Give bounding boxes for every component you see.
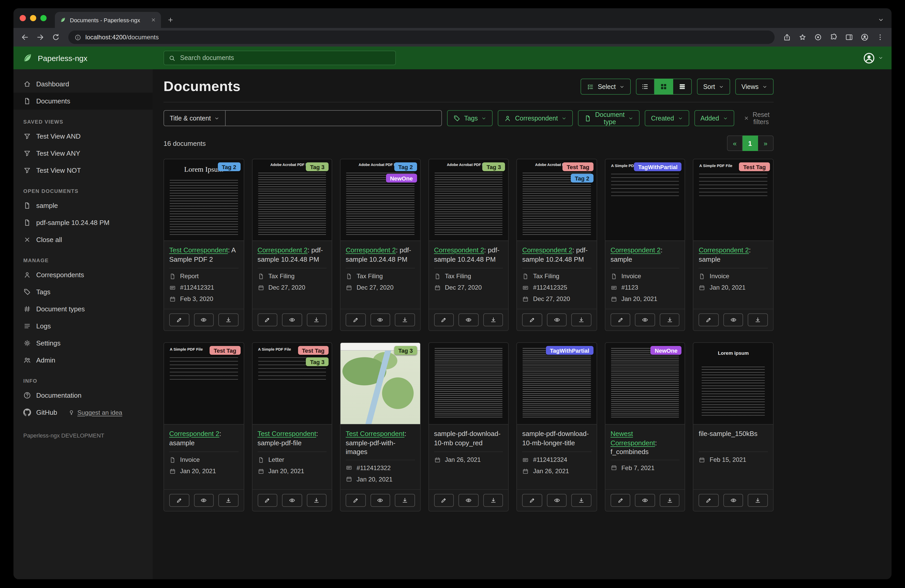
document-correspondent-link[interactable]: Test Correspondent — [257, 430, 316, 437]
document-type-filter-button[interactable]: Document type — [578, 110, 640, 126]
document-thumbnail[interactable]: A Simple PDF FileTest Tag — [694, 159, 773, 241]
back-button[interactable] — [21, 33, 29, 41]
tag-badge[interactable]: NewOne — [386, 174, 417, 182]
document-correspondent-link[interactable]: Test Correspondent — [169, 246, 228, 254]
filter-text-input[interactable] — [226, 110, 442, 126]
share-button[interactable] — [783, 33, 791, 41]
document-correspondent-link[interactable]: Correspondent 2 — [257, 246, 308, 254]
preview-document-button[interactable] — [282, 314, 302, 326]
document-thumbnail[interactable]: Adobe Acrobat PDF FilesTest TagTag 2 — [517, 159, 597, 241]
edit-document-button[interactable] — [257, 494, 277, 507]
user-menu[interactable] — [862, 51, 883, 64]
document-correspondent-link[interactable]: Correspondent 2 — [169, 430, 219, 437]
sidebar-item-document-types[interactable]: Document types — [13, 301, 152, 317]
sidebar-item-admin[interactable]: Admin — [13, 352, 152, 369]
sidebar-item-close-all[interactable]: Close all — [13, 231, 152, 248]
extensions-menu-button[interactable] — [829, 33, 838, 41]
edit-document-button[interactable] — [346, 314, 365, 326]
document-thumbnail[interactable]: A Simple PDF FileTagWithPartial — [605, 159, 685, 241]
views-button[interactable]: Views — [735, 79, 773, 95]
document-correspondent-link[interactable]: Correspondent 2 — [346, 246, 396, 254]
document-correspondent-link[interactable]: Correspondent 2 — [434, 246, 484, 254]
sidebar-item-github[interactable]: GitHubSuggest an idea — [13, 404, 152, 421]
tag-badge[interactable]: Test Tag — [298, 346, 329, 355]
view-details-button[interactable] — [636, 79, 654, 95]
document-type-field[interactable]: Invoice — [699, 273, 768, 280]
download-document-button[interactable] — [748, 494, 768, 507]
document-thumbnail[interactable] — [429, 343, 508, 425]
document-type-field[interactable]: Report — [169, 273, 238, 280]
document-correspondent-link[interactable]: Correspondent 2 — [699, 246, 749, 254]
window-zoom-button[interactable] — [40, 15, 46, 21]
edit-document-button[interactable] — [169, 314, 189, 326]
preview-document-button[interactable] — [635, 494, 655, 507]
document-thumbnail[interactable]: NewOne — [605, 343, 685, 425]
added-filter-button[interactable]: Added — [694, 110, 734, 126]
browser-profile-button[interactable] — [861, 33, 869, 41]
edit-document-button[interactable] — [434, 314, 454, 326]
document-correspondent-link[interactable]: Correspondent 2 — [522, 246, 573, 254]
download-document-button[interactable] — [660, 314, 680, 326]
preview-document-button[interactable] — [370, 494, 390, 507]
document-correspondent-link[interactable]: Newest Correspondent — [611, 430, 655, 447]
edit-document-button[interactable] — [434, 494, 454, 507]
edit-document-button[interactable] — [699, 494, 719, 507]
preview-document-button[interactable] — [459, 494, 478, 507]
document-thumbnail[interactable]: TagWithPartial — [517, 343, 597, 425]
download-document-button[interactable] — [483, 494, 503, 507]
site-info-icon[interactable] — [75, 34, 81, 41]
browser-menu-button[interactable] — [876, 33, 884, 41]
sidebar-item-documentation[interactable]: Documentation — [13, 387, 152, 404]
document-type-field[interactable]: Tax Filing — [257, 273, 327, 280]
view-list-button[interactable] — [673, 79, 692, 95]
document-thumbnail[interactable]: Adobe Acrobat PDF FilesTag 2NewOne — [340, 159, 420, 241]
tag-badge[interactable]: Tag 2 — [218, 162, 240, 171]
edit-document-button[interactable] — [522, 314, 542, 326]
sidebar-item-correspondents[interactable]: Correspondents — [13, 266, 152, 284]
sidebar-item-test-view-not[interactable]: Test View NOT — [13, 162, 152, 179]
document-thumbnail[interactable]: Lorem ipsum — [694, 343, 773, 425]
document-type-field[interactable]: Letter — [257, 456, 327, 463]
window-minimize-button[interactable] — [30, 15, 36, 21]
tag-badge[interactable]: Tag 3 — [306, 357, 329, 366]
download-document-button[interactable] — [483, 314, 503, 326]
browser-tab-documents[interactable]: Documents - Paperless-ngx — [55, 12, 161, 28]
download-document-button[interactable] — [395, 494, 415, 507]
document-correspondent-link[interactable]: Correspondent 2 — [611, 246, 661, 254]
view-grid-button[interactable] — [654, 79, 673, 95]
download-document-button[interactable] — [306, 494, 327, 507]
preview-document-button[interactable] — [723, 494, 743, 507]
sidebar-item-sample[interactable]: sample — [13, 197, 152, 214]
bookmark-button[interactable] — [799, 33, 807, 41]
sidebar-item-test-view-and[interactable]: Test View AND — [13, 128, 152, 145]
reset-filters-button[interactable]: Reset filters — [740, 110, 773, 126]
new-tab-button[interactable] — [167, 17, 174, 23]
edit-document-button[interactable] — [611, 494, 630, 507]
preview-document-button[interactable] — [370, 314, 390, 326]
title-content-dropdown[interactable]: Title & content — [164, 110, 226, 126]
document-thumbnail[interactable]: A Simple PDF FileTest Tag — [164, 343, 243, 425]
tag-badge[interactable]: Tag 3 — [394, 346, 417, 355]
edit-document-button[interactable] — [611, 314, 630, 326]
tag-badge[interactable]: Test Tag — [562, 162, 593, 171]
download-document-button[interactable] — [748, 314, 768, 326]
document-type-field[interactable]: Invoice — [169, 456, 238, 463]
tags-filter-button[interactable]: Tags — [447, 110, 493, 126]
tag-badge[interactable]: TagWithPartial — [546, 346, 594, 355]
correspondent-filter-button[interactable]: Correspondent — [498, 110, 573, 126]
pagination-next-button[interactable]: » — [758, 135, 773, 151]
reload-button[interactable] — [52, 33, 60, 41]
pagination-page-1-button[interactable]: 1 — [743, 135, 758, 151]
download-document-button[interactable] — [572, 494, 591, 507]
preview-document-button[interactable] — [547, 494, 567, 507]
suggest-an-idea-link[interactable]: Suggest an idea — [68, 409, 122, 416]
sidebar-item-dashboard[interactable]: Dashboard — [13, 76, 152, 93]
download-document-button[interactable] — [660, 494, 680, 507]
tab-close-icon[interactable] — [151, 17, 156, 23]
download-document-button[interactable] — [218, 314, 238, 326]
tag-badge[interactable]: Test Tag — [210, 346, 240, 355]
tag-badge[interactable]: TagWithPartial — [634, 162, 682, 171]
document-thumbnail[interactable]: Adobe Acrobat PDF FilesTag 3 — [252, 159, 332, 241]
download-document-button[interactable] — [306, 314, 327, 326]
preview-document-button[interactable] — [194, 494, 214, 507]
